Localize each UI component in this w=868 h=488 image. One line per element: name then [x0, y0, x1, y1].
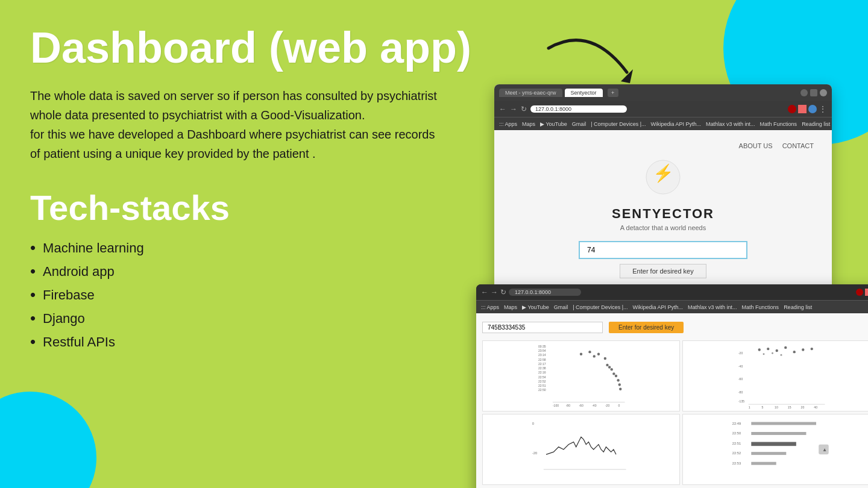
profile-icon	[788, 105, 796, 113]
forward-icon2[interactable]: →	[491, 288, 498, 296]
svg-point-17	[593, 355, 596, 357]
bookmark-mathlax[interactable]: Mathlax v3 with int...	[706, 121, 755, 127]
browser-page-content: ABOUT US CONTACT ⚡ SENTYECTOR A detactor…	[494, 130, 832, 290]
svg-rect-70	[751, 442, 796, 446]
svg-rect-68	[751, 422, 816, 425]
svg-text:-60: -60	[579, 404, 583, 407]
bm-reading[interactable]: Reading list	[784, 304, 812, 310]
bookmarks-bar: ::: Apps Maps ▶ YouTube Gmail | Computer…	[494, 117, 832, 130]
svg-rect-3	[538, 341, 625, 411]
bookmark-apps[interactable]: ::: Apps	[499, 121, 517, 127]
svg-text:20: 20	[801, 405, 805, 409]
key-row: Enter for desired key	[482, 319, 868, 336]
svg-point-19	[604, 357, 606, 360]
svg-text:22:50: 22:50	[732, 431, 741, 435]
svg-text:-60: -60	[738, 377, 743, 381]
key-input[interactable]	[579, 241, 747, 259]
window-maximize[interactable]	[810, 89, 817, 96]
nav-bar: ← → ↻ 127.0.0.1:8000 ⋮	[494, 101, 832, 117]
bookmark-gmail[interactable]: Gmail	[572, 121, 587, 127]
svg-text:22:51: 22:51	[732, 442, 741, 445]
svg-point-15	[580, 353, 582, 355]
about-us-link[interactable]: ABOUT US	[739, 142, 773, 149]
svg-text:⚡: ⚡	[653, 163, 674, 183]
svg-text:00:35: 00:35	[538, 345, 546, 348]
bm-yt[interactable]: ▶ YouTube	[522, 304, 549, 310]
reload-icon[interactable]: ↻	[521, 105, 527, 113]
bookmark-wikipedia[interactable]: Wikipedia API Pyth...	[651, 121, 702, 127]
bm-mathlax[interactable]: Mathlax v3 with int...	[688, 304, 737, 310]
bookmark-math[interactable]: Math Functions	[760, 121, 797, 127]
url-bar[interactable]: 127.0.0.1:8000	[530, 105, 627, 113]
contact-link[interactable]: CONTACT	[782, 142, 814, 149]
svg-point-22	[611, 368, 613, 371]
logo-svg: ⚡	[645, 159, 681, 195]
svg-text:-20: -20	[605, 404, 610, 407]
svg-point-25	[617, 379, 619, 381]
svg-text:22:38: 22:38	[538, 366, 546, 370]
bookmark-youtube[interactable]: ▶ YouTube	[540, 121, 567, 127]
svg-text:-80: -80	[738, 390, 743, 394]
forward-icon[interactable]: →	[510, 105, 517, 113]
svg-point-44	[784, 346, 787, 349]
enter-key-button-bottom[interactable]: Enter for desired key	[609, 322, 684, 333]
svg-text:-40: -40	[592, 404, 597, 407]
back-icon[interactable]: ←	[499, 105, 506, 113]
back-icon2[interactable]: ←	[481, 288, 488, 296]
enter-key-button[interactable]: Enter for desired key	[620, 264, 706, 278]
svg-text:22:58: 22:58	[538, 358, 546, 361]
svg-text:1: 1	[749, 405, 750, 409]
svg-point-46	[802, 348, 804, 351]
svg-point-49	[772, 352, 773, 354]
bookmark-devices[interactable]: | Computer Devices |...	[591, 121, 646, 127]
bookmark-maps[interactable]: Maps	[522, 121, 535, 127]
svg-text:22:51: 22:51	[538, 384, 546, 387]
svg-text:-100: -100	[553, 404, 559, 407]
svg-text:▲: ▲	[822, 447, 827, 452]
key-input-bottom[interactable]	[482, 322, 603, 333]
app-title: SENTYECTOR	[612, 206, 714, 222]
svg-text:-20: -20	[738, 351, 743, 355]
svg-rect-62	[731, 414, 831, 484]
chart-bar-1: 22:49 22:50 22:51 22:52 22:53 ▲	[682, 414, 868, 485]
chart-svg-2: -20 -40 -60 -80 -135	[683, 341, 868, 411]
bm-gmail[interactable]: Gmail	[554, 304, 568, 310]
extension-icon2	[808, 105, 817, 113]
sentyector-logo: ⚡	[645, 159, 681, 201]
svg-point-43	[776, 349, 778, 352]
bottom-toolbar: ← → ↻ 127.0.0.1:8000 ⋮	[476, 284, 868, 300]
bookmark-reading[interactable]: Reading list	[802, 121, 830, 127]
charts-grid: 00:35 23:54 23:14 22:58 22:17 22:38 22:1…	[482, 340, 868, 485]
bm-devices[interactable]: | Computer Devices |...	[573, 304, 627, 310]
bm-math[interactable]: Math Functions	[742, 304, 779, 310]
svg-text:22:49: 22:49	[732, 422, 741, 425]
app-subtitle: A detactor that a world needs	[620, 224, 706, 231]
svg-point-48	[763, 353, 765, 355]
chart-scatter-1: 00:35 23:54 23:14 22:58 22:17 22:38 22:1…	[482, 340, 680, 411]
bm-wiki[interactable]: Wikipedia API Pyth...	[633, 304, 684, 310]
svg-text:22:16: 22:16	[538, 371, 546, 374]
arrow-decoration	[542, 36, 639, 99]
window-close[interactable]	[820, 89, 827, 96]
bm-apps[interactable]: ::: Apps	[481, 304, 499, 310]
svg-text:-80: -80	[566, 404, 571, 407]
browser-screenshot-top: Meet - yms-eaec-qrw Sentyector + ← → ↻ 1…	[494, 84, 832, 290]
svg-point-21	[608, 366, 611, 368]
svg-point-50	[781, 354, 782, 356]
reload-icon2[interactable]: ↻	[500, 288, 506, 296]
screenshots-container: Meet - yms-eaec-qrw Sentyector + ← → ↻ 1…	[476, 84, 850, 488]
svg-point-47	[811, 348, 813, 350]
svg-rect-35	[738, 341, 825, 411]
svg-point-16	[588, 351, 591, 353]
window-minimize[interactable]	[800, 89, 808, 96]
description-text: The whole data is saved on server so if …	[30, 86, 440, 163]
svg-text:-135: -135	[738, 399, 744, 403]
bm-maps[interactable]: Maps	[504, 304, 517, 310]
chart-line-1: 0 -20	[482, 414, 680, 485]
svg-text:22:50: 22:50	[538, 388, 546, 392]
chart-scatter-2: -20 -40 -60 -80 -135	[682, 340, 868, 411]
menu-icon[interactable]: ⋮	[819, 104, 827, 114]
svg-rect-58	[531, 414, 631, 484]
url-bar2[interactable]: 127.0.0.1:8000	[509, 289, 581, 296]
svg-text:22:17: 22:17	[538, 362, 546, 366]
